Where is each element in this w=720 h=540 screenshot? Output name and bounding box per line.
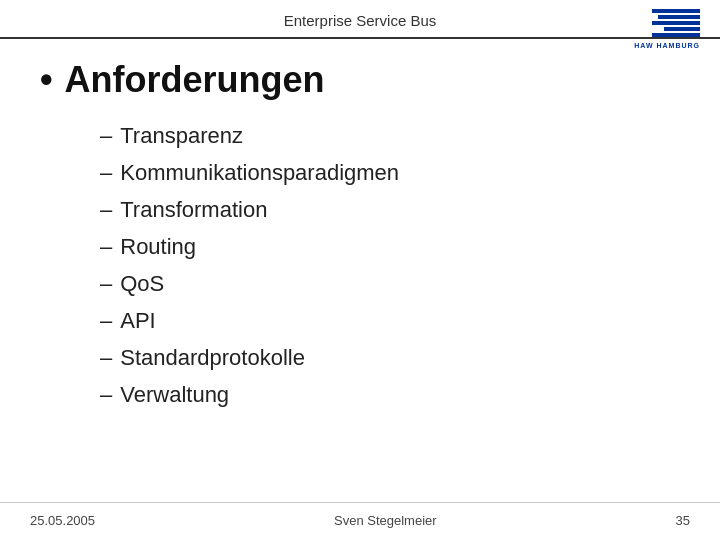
list-dash: – <box>100 119 112 152</box>
list-item: –QoS <box>100 267 670 300</box>
bullet-icon: • <box>40 59 53 101</box>
section-heading: • Anforderungen <box>40 59 670 101</box>
list-dash: – <box>100 378 112 411</box>
main-content: • Anforderungen –Transparenz–Kommunikati… <box>0 39 720 502</box>
logo-line-1 <box>652 9 700 13</box>
logo-line-4 <box>664 27 700 31</box>
footer: 25.05.2005 Sven Stegelmeier 35 <box>0 502 720 540</box>
list-item-label: Verwaltung <box>120 378 229 411</box>
list-item-label: Standardprotokolle <box>120 341 305 374</box>
list-item-label: Kommunikationsparadigmen <box>120 156 399 189</box>
list-item: –API <box>100 304 670 337</box>
list-item-label: Transparenz <box>120 119 243 152</box>
list-item-label: Routing <box>120 230 196 263</box>
logo-line-2 <box>658 15 700 19</box>
list-item-label: Transformation <box>120 193 267 226</box>
logo-line-5 <box>652 33 700 37</box>
list-item-label: API <box>120 304 155 337</box>
list-item-label: QoS <box>120 267 164 300</box>
list-dash: – <box>100 193 112 226</box>
list-item: –Transformation <box>100 193 670 226</box>
list-dash: – <box>100 267 112 300</box>
logo: HAW HAMBURG <box>620 6 700 51</box>
list-dash: – <box>100 341 112 374</box>
header-title: Enterprise Service Bus <box>284 12 437 29</box>
logo-lines <box>652 9 700 37</box>
list-dash: – <box>100 230 112 263</box>
footer-date: 25.05.2005 <box>30 513 95 528</box>
list-item: –Verwaltung <box>100 378 670 411</box>
section-title: Anforderungen <box>65 59 325 101</box>
header: Enterprise Service Bus HAW HAMBURG <box>0 0 720 39</box>
list-dash: – <box>100 156 112 189</box>
list-item: –Transparenz <box>100 119 670 152</box>
footer-page: 35 <box>676 513 690 528</box>
footer-author: Sven Stegelmeier <box>334 513 437 528</box>
logo-line-3 <box>652 21 700 25</box>
list-item: –Routing <box>100 230 670 263</box>
list-item: –Kommunikationsparadigmen <box>100 156 670 189</box>
slide: Enterprise Service Bus HAW HAMBURG • Anf… <box>0 0 720 540</box>
logo-text: HAW HAMBURG <box>634 42 700 49</box>
list-items: –Transparenz–Kommunikationsparadigmen–Tr… <box>40 119 670 411</box>
list-item: –Standardprotokolle <box>100 341 670 374</box>
list-dash: – <box>100 304 112 337</box>
